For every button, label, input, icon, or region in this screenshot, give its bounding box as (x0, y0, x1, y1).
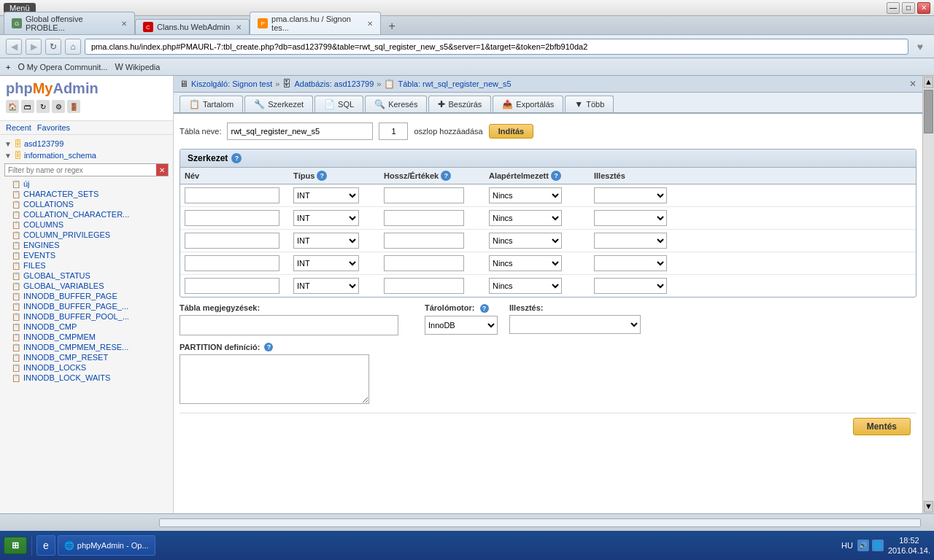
browser-tab-1[interactable]: G Global offensive PROBLE... ✕ (4, 12, 135, 34)
table-item-events[interactable]: 📋 EVENTS (0, 250, 173, 260)
table-item-uj[interactable]: 📋 új (0, 179, 173, 189)
scroll-down-button[interactable]: ▼ (924, 501, 933, 513)
storage-help-icon[interactable]: ? (480, 304, 489, 313)
start-button[interactable]: Indítás (489, 124, 533, 139)
tab-exportalas[interactable]: 📤 Exportálás (493, 96, 563, 112)
bookmark-wikipedia[interactable]: W Wikipedia (115, 62, 160, 72)
structure-help-icon[interactable]: ? (231, 153, 242, 163)
type-help-icon[interactable]: ? (317, 171, 327, 181)
url-input[interactable] (85, 39, 908, 55)
db-label-asd123799[interactable]: asd123799 (24, 139, 63, 148)
tab-sql[interactable]: 📄 SQL (314, 96, 363, 112)
db-label-information-schema[interactable]: information_schema (24, 151, 96, 160)
col-name-input-3[interactable] (185, 255, 279, 271)
column-count-input[interactable] (379, 122, 408, 140)
table-item-collation-character[interactable]: 📋 COLLATION_CHARACTER... (0, 209, 173, 219)
tab-szerkezet[interactable]: 🔧 Szerkezet (244, 96, 313, 112)
browser-tab-2[interactable]: C Clans.hu WebAdmin ✕ (135, 19, 250, 34)
col-len-input-0[interactable] (384, 187, 464, 203)
table-item-innodb-buffer-page[interactable]: 📋 INNODB_BUFFER_PAGE (0, 291, 173, 301)
pma-db-icon[interactable]: 🗃 (21, 100, 34, 113)
tab-beszuras[interactable]: ✚ Beszúrás (428, 96, 491, 112)
save-button[interactable]: Mentés (853, 418, 911, 435)
home-button[interactable]: ⌂ (65, 39, 81, 55)
col-name-input-0[interactable] (185, 187, 279, 203)
col-type-select-2[interactable]: INTVARCHARTEXT (293, 233, 359, 249)
forward-button[interactable]: ▶ (26, 39, 42, 55)
col-default-select-3[interactable]: NincsNULL (489, 255, 562, 271)
table-item-innodb-buffer-page2[interactable]: 📋 INNODB_BUFFER_PAGE_... (0, 301, 173, 311)
table-item-innodb-locks[interactable]: 📋 INNODB_LOCKS (0, 362, 173, 373)
tab-kereses[interactable]: 🔍 Keresés (365, 96, 427, 112)
tab-tobb[interactable]: ▼ Több (565, 96, 614, 112)
breadcrumb-database[interactable]: Adatbázis: asd123799 (294, 79, 374, 88)
breadcrumb-table[interactable]: Tábla: rwt_sql_register_new_s5 (398, 79, 511, 88)
db-item-asd123799[interactable]: ▼ 🗄 asd123799 (0, 138, 173, 149)
new-tab-button[interactable]: + (383, 18, 401, 34)
col-len-input-2[interactable] (384, 233, 464, 249)
pma-settings-icon[interactable]: ⚙ (52, 100, 65, 113)
scroll-up-button[interactable]: ▲ (924, 77, 933, 88)
table-item-global-variables[interactable]: 📋 GLOBAL_VARIABLES (0, 281, 173, 291)
taskbar-ie-icon[interactable]: e (36, 535, 55, 556)
table-item-collations[interactable]: 📋 COLLATIONS (0, 199, 173, 209)
maximize-button[interactable]: □ (902, 2, 915, 14)
favorites-link[interactable]: Favorites (37, 123, 70, 132)
default-help-icon[interactable]: ? (551, 171, 561, 181)
table-name-input[interactable] (227, 122, 373, 140)
table-item-column-privileges[interactable]: 📋 COLUMN_PRIVILEGES (0, 230, 173, 240)
col-collation-select-2[interactable] (594, 233, 667, 249)
col-collation-select-3[interactable] (594, 255, 667, 271)
col-name-input-2[interactable] (185, 233, 279, 249)
col-name-input-4[interactable] (185, 278, 279, 294)
storage-engine-select[interactable]: InnoDB MyISAM MEMORY (425, 316, 498, 335)
bookmark-button[interactable]: ♥ (912, 39, 928, 55)
recent-link[interactable]: Recent (6, 123, 31, 132)
tab-close-2[interactable]: ✕ (236, 23, 242, 31)
filter-clear-button[interactable]: ✕ (156, 164, 168, 176)
collation-select[interactable] (509, 315, 641, 334)
pma-exit-icon[interactable]: 🚪 (67, 100, 80, 113)
table-comment-input[interactable] (180, 315, 398, 335)
col-type-select-1[interactable]: INTVARCHARTEXT (293, 210, 359, 226)
col-collation-select-4[interactable] (594, 278, 667, 294)
col-name-input-1[interactable] (185, 210, 279, 226)
pma-header-close-icon[interactable]: ✕ (909, 79, 916, 89)
start-button[interactable]: ⊞ (4, 537, 27, 554)
scrollbar[interactable]: ▲ ▼ (922, 76, 934, 513)
back-button[interactable]: ◀ (6, 39, 22, 55)
scroll-track[interactable] (923, 89, 934, 500)
browser-tab-3[interactable]: P pma.clans.hu / Signon tes... ✕ (250, 12, 381, 34)
col-default-select-2[interactable]: NincsNULL (489, 233, 562, 249)
scroll-thumb[interactable] (924, 90, 933, 133)
reload-button[interactable]: ↻ (45, 39, 61, 55)
db-item-information-schema[interactable]: ▼ 🗄 information_schema (0, 149, 173, 161)
table-item-innodb-cmpmem[interactable]: 📋 INNODB_CMPMEM (0, 332, 173, 342)
breadcrumb-server[interactable]: Kiszolgáló: Signon test (191, 79, 272, 88)
partition-textarea[interactable] (180, 354, 369, 404)
col-type-select-0[interactable]: INTVARCHARTEXT (293, 187, 359, 203)
tab-close-3[interactable]: ✕ (367, 20, 373, 28)
col-default-select-0[interactable]: NincsNULLCURRENT_TIMESTAMP (489, 187, 562, 203)
bookmark-opera[interactable]: O My Opera Communit... (18, 62, 107, 72)
pma-home-icon[interactable]: 🏠 (6, 100, 19, 113)
partition-help-icon[interactable]: ? (264, 343, 273, 351)
col-default-select-4[interactable]: NincsNULL (489, 278, 562, 294)
tab-tartalom[interactable]: 📋 Tartalom (180, 96, 243, 112)
table-item-global-status[interactable]: 📋 GLOBAL_STATUS (0, 271, 173, 281)
pma-reload-icon[interactable]: ↻ (36, 100, 50, 113)
table-item-innodb-buffer-pool[interactable]: 📋 INNODB_BUFFER_POOL_... (0, 311, 173, 322)
col-collation-select-1[interactable] (594, 210, 667, 226)
length-help-icon[interactable]: ? (441, 171, 451, 181)
col-type-select-3[interactable]: INTVARCHARTEXT (293, 255, 359, 271)
table-item-innodb-cmp-reset[interactable]: 📋 INNODB_CMP_RESET (0, 352, 173, 362)
taskbar-browser-item[interactable]: 🌐 phpMyAdmin - Op... (58, 535, 155, 556)
filter-input[interactable] (5, 165, 156, 176)
col-default-select-1[interactable]: NincsNULL (489, 210, 562, 226)
table-item-character-sets[interactable]: 📋 CHARACTER_SETS (0, 189, 173, 199)
col-len-input-1[interactable] (384, 210, 464, 226)
col-collation-select-0[interactable] (594, 187, 667, 203)
tab-close-1[interactable]: ✕ (121, 20, 127, 28)
table-item-files[interactable]: 📋 FILES (0, 260, 173, 271)
minimize-button[interactable]: — (887, 2, 900, 14)
